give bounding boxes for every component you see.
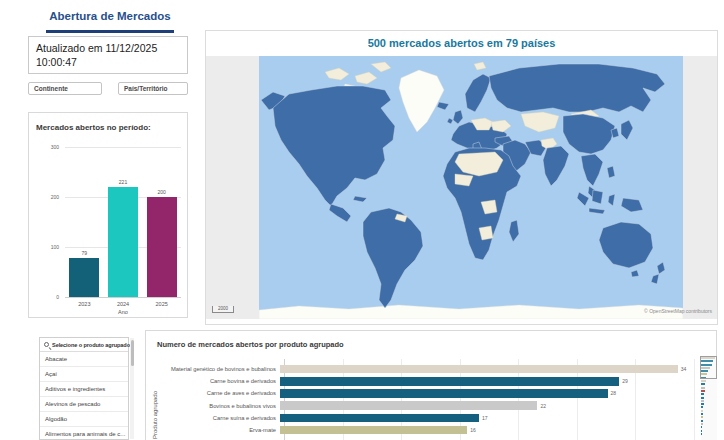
filter-pais-territorio[interactable]: País/Território	[118, 82, 188, 95]
gridline-y-0	[65, 297, 181, 298]
list-item[interactable]: Algodão	[40, 412, 128, 427]
hbar-row: Material genético de bovinos e bubalinos…	[146, 363, 702, 375]
product-filter-pane: Selecione o produto agrupado AbacateAçaí…	[39, 337, 129, 440]
product-list: AbacateAçaíAditivos e ingredientesAlevin…	[40, 352, 128, 440]
last-updated-line2: 10:00:47	[36, 55, 180, 69]
minimap-bar	[701, 393, 704, 395]
world-map[interactable]: 2000 © OpenStreetMap contributors	[206, 56, 717, 319]
hbar-row: Carne bovina e derivados29	[146, 375, 702, 387]
search-icon	[44, 342, 49, 347]
hbar-value: 16	[470, 427, 476, 433]
xtick-2023: 2023	[65, 301, 103, 307]
map-title: 500 mercados abertos em 79 países	[206, 37, 717, 49]
ytick-100: 100	[39, 244, 59, 250]
hbar-bar[interactable]	[280, 414, 479, 423]
ytick-0: 0	[39, 294, 59, 300]
map-attribution: © OpenStreetMap contributors	[644, 308, 712, 314]
bar-2024[interactable]	[108, 187, 138, 298]
minimap-bar	[701, 416, 703, 418]
hbar-label: Erva-mate	[146, 427, 280, 433]
world-map-svg[interactable]	[259, 56, 683, 319]
tab-bar: Abertura de Mercados	[30, 6, 190, 33]
tab-abertura-de-mercados[interactable]: Abertura de Mercados	[30, 6, 190, 30]
xtick-2025: 2025	[143, 301, 181, 307]
map-scale-indicator: 2000	[212, 306, 234, 313]
hbar-label: Carne de aves e derivados	[146, 390, 280, 396]
minimap-bar	[701, 410, 703, 412]
hbar-label: Carne bovina e derivados	[146, 378, 280, 384]
minimap-bar	[701, 397, 704, 399]
chart-mercados-por-ano-xaxis-title: Ano	[65, 309, 181, 315]
last-updated-box: Atualizado em 11/12/2025 10:00:47	[28, 36, 188, 74]
list-item[interactable]: Alimentos para animais de c...	[40, 427, 128, 440]
hbar-row: Carne de aves e derivados28	[146, 387, 702, 399]
xtick-2024: 2024	[104, 301, 142, 307]
minimap-bar	[701, 420, 703, 422]
bar-2023[interactable]	[69, 258, 99, 298]
tab-active-underline	[46, 30, 174, 33]
hbar-row: Bovinos e bubalinos vivos22	[146, 400, 702, 412]
hbar-label: Bovinos e bubalinos vivos	[146, 403, 280, 409]
hbar-bar[interactable]	[280, 426, 467, 435]
minimap-bar	[701, 413, 703, 415]
minimap-bar	[701, 406, 703, 408]
chart-mercados-por-ano-title: Mercados abertos no período:	[36, 123, 151, 132]
minimap-bar	[701, 433, 702, 435]
hbar-value: 29	[622, 378, 628, 384]
map-russia	[489, 64, 665, 112]
minimap-bar	[701, 380, 706, 382]
ytick-300: 300	[39, 144, 59, 150]
minimap-viewport[interactable]	[700, 356, 717, 379]
minimap-bar	[701, 403, 704, 405]
hbar-bar[interactable]	[280, 377, 619, 386]
chart-mercados-por-ano-plot: 300200100079221200	[65, 147, 181, 297]
bar-value-2023: 79	[65, 250, 103, 256]
product-search-field[interactable]: Selecione o produto agrupado	[40, 338, 128, 352]
hbar-bar[interactable]	[280, 401, 537, 410]
hbar-bar[interactable]	[280, 365, 678, 374]
list-item[interactable]: Abacate	[40, 352, 128, 367]
minimap-bar	[701, 387, 705, 389]
chart-mercados-por-produto-yaxis-title: Produto agrupado	[152, 391, 158, 439]
chart-mercados-por-produto-panel: Numero de mercados abertos por produto a…	[145, 330, 717, 440]
last-updated-line1: Atualizado em 11/12/2025	[36, 41, 180, 55]
hbar-value: 28	[611, 390, 617, 396]
map-panel: 500 mercados abertos em 79 países	[205, 30, 718, 325]
list-item[interactable]: Açaí	[40, 367, 128, 382]
chart-minimap-scrollbar[interactable]	[701, 357, 717, 440]
minimap-bar	[701, 400, 704, 402]
product-list-scrollbar[interactable]	[130, 338, 134, 439]
chart-mercados-por-ano-panel: Mercados abertos no período: 30020010007…	[28, 112, 188, 318]
filter-continente[interactable]: Continente	[28, 82, 102, 95]
chart-mercados-por-produto-title: Numero de mercados abertos por produto a…	[157, 340, 344, 349]
hbar-label: Carne suína e derivados	[146, 415, 280, 421]
minimap-bar	[701, 383, 705, 385]
minimap-bar	[701, 423, 703, 425]
bar-2025[interactable]	[147, 197, 177, 297]
gridline-y-300	[65, 147, 181, 148]
hbar-row: Carne suína e derivados17	[146, 412, 702, 424]
hbar-value: 34	[681, 366, 687, 372]
hbar-value: 17	[482, 415, 488, 421]
minimap-bar	[701, 390, 705, 392]
hbar-label: Material genético de bovinos e bubalinos	[146, 366, 280, 372]
product-list-scrollbar-thumb[interactable]	[131, 340, 134, 366]
minimap-bar	[701, 426, 702, 428]
product-search-placeholder: Selecione o produto agrupado	[52, 342, 130, 348]
chart-mercados-por-produto-plot: Material genético de bovinos e bubalinos…	[146, 363, 702, 436]
bar-value-2025: 200	[143, 189, 181, 195]
hbar-bar[interactable]	[280, 389, 608, 398]
minimap-bar	[701, 430, 702, 432]
hbar-row: Erva-mate16	[146, 424, 702, 436]
bar-value-2024: 221	[104, 179, 142, 185]
list-item[interactable]: Aditivos e ingredientes	[40, 382, 128, 397]
ytick-200: 200	[39, 194, 59, 200]
list-item[interactable]: Alevinos de pescado	[40, 397, 128, 412]
hbar-value: 22	[540, 403, 546, 409]
